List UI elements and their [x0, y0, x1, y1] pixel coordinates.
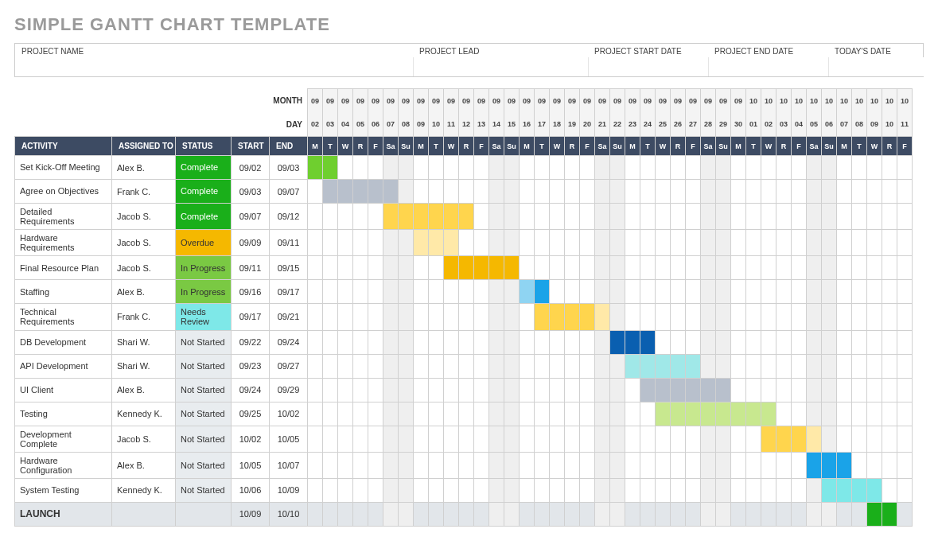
gantt-cell	[383, 256, 399, 280]
task-activity[interactable]: Testing	[15, 402, 112, 426]
task-end[interactable]: 10/10	[270, 502, 308, 526]
task-end[interactable]: 09/27	[270, 354, 308, 378]
task-start[interactable]: 10/05	[232, 452, 270, 478]
task-status[interactable]: Not Started	[176, 478, 232, 502]
task-status[interactable]: Not Started	[176, 402, 232, 426]
task-assigned[interactable]: Kennedy K.	[112, 402, 176, 426]
task-row: Detailed RequirementsJacob S.Complete09/…	[15, 204, 913, 230]
task-start[interactable]: 09/25	[232, 402, 270, 426]
task-end[interactable]: 09/07	[270, 180, 308, 204]
day-header: 16	[520, 113, 535, 137]
gantt-cell	[550, 156, 565, 180]
task-assigned[interactable]: Shari W.	[112, 354, 176, 378]
task-assigned[interactable]: Jacob S.	[112, 256, 176, 280]
task-status[interactable]: Not Started	[176, 426, 232, 452]
task-status[interactable]: Not Started	[176, 452, 232, 478]
task-start[interactable]: 09/23	[232, 354, 270, 378]
gantt-cell	[761, 330, 776, 354]
project-end-input[interactable]	[708, 57, 828, 76]
task-assigned[interactable]	[112, 502, 176, 526]
task-status[interactable]: Not Started	[176, 378, 232, 402]
task-start[interactable]: 09/07	[232, 204, 270, 230]
gantt-cell	[792, 256, 807, 280]
task-start[interactable]: 10/02	[232, 426, 270, 452]
task-assigned[interactable]: Alex B.	[112, 280, 176, 304]
task-end[interactable]: 09/03	[270, 156, 308, 180]
task-status[interactable]: Not Started	[176, 354, 232, 378]
task-assigned[interactable]: Frank C.	[112, 304, 176, 330]
project-start-input[interactable]	[588, 57, 708, 76]
gantt-cell	[671, 180, 686, 204]
task-activity[interactable]: Hardware Requirements	[15, 230, 112, 256]
task-start[interactable]: 10/06	[232, 478, 270, 502]
task-activity[interactable]: DB Development	[15, 330, 112, 354]
task-end[interactable]: 09/17	[270, 280, 308, 304]
task-activity[interactable]: UI Client	[15, 378, 112, 402]
task-end[interactable]: 09/12	[270, 204, 308, 230]
task-activity[interactable]: Detailed Requirements	[15, 204, 112, 230]
task-activity[interactable]: Final Resource Plan	[15, 256, 112, 280]
task-assigned[interactable]: Jacob S.	[112, 426, 176, 452]
task-end[interactable]: 10/09	[270, 478, 308, 502]
task-assigned[interactable]: Alex B.	[112, 452, 176, 478]
day-header: 02	[761, 113, 776, 137]
task-assigned[interactable]: Shari W.	[112, 330, 176, 354]
gantt-cell	[701, 204, 716, 230]
task-end[interactable]: 10/02	[270, 402, 308, 426]
task-assigned[interactable]: Frank C.	[112, 180, 176, 204]
task-status[interactable]: Complete	[176, 204, 232, 230]
task-activity[interactable]: Hardware Configuration	[15, 452, 112, 478]
task-assigned[interactable]: Kennedy K.	[112, 478, 176, 502]
month-header: 09	[308, 89, 323, 113]
gantt-cell	[595, 156, 610, 180]
task-end[interactable]: 09/11	[270, 230, 308, 256]
task-assigned[interactable]: Alex B.	[112, 378, 176, 402]
task-start[interactable]: 09/11	[232, 256, 270, 280]
dow-header: M	[731, 137, 746, 156]
gantt-cell	[625, 280, 640, 304]
task-activity[interactable]: Agree on Objectives	[15, 180, 112, 204]
project-lead-input[interactable]	[413, 57, 588, 76]
task-status[interactable]: Complete	[176, 180, 232, 204]
task-start[interactable]: 10/09	[232, 502, 270, 526]
task-activity[interactable]: Staffing	[15, 280, 112, 304]
task-end[interactable]: 09/24	[270, 330, 308, 354]
task-status[interactable]: Complete	[176, 156, 232, 180]
task-end[interactable]: 10/07	[270, 452, 308, 478]
task-activity[interactable]: System Testing	[15, 478, 112, 502]
task-end[interactable]: 09/15	[270, 256, 308, 280]
task-status[interactable]	[176, 502, 232, 526]
gantt-cell	[686, 156, 701, 180]
gantt-cell	[716, 426, 731, 452]
task-activity[interactable]: Development Complete	[15, 426, 112, 452]
task-start[interactable]: 09/17	[232, 304, 270, 330]
task-start[interactable]: 09/24	[232, 378, 270, 402]
gantt-cell	[686, 330, 701, 354]
task-start[interactable]: 09/03	[232, 180, 270, 204]
task-start[interactable]: 09/09	[232, 230, 270, 256]
task-start[interactable]: 09/02	[232, 156, 270, 180]
gantt-cell	[535, 354, 550, 378]
task-assigned[interactable]: Alex B.	[112, 156, 176, 180]
task-activity[interactable]: LAUNCH	[15, 502, 112, 526]
task-status[interactable]: In Progress	[176, 256, 232, 280]
task-start[interactable]: 09/22	[232, 330, 270, 354]
project-name-input[interactable]	[15, 57, 413, 76]
gantt-cell	[610, 502, 625, 526]
gantt-cell	[761, 280, 776, 304]
gantt-cell	[807, 230, 822, 256]
task-status[interactable]: Needs Review	[176, 304, 232, 330]
today-input[interactable]	[828, 57, 938, 76]
task-status[interactable]: Not Started	[176, 330, 232, 354]
task-start[interactable]: 09/16	[232, 280, 270, 304]
task-assigned[interactable]: Jacob S.	[112, 230, 176, 256]
task-end[interactable]: 09/29	[270, 378, 308, 402]
task-status[interactable]: Overdue	[176, 230, 232, 256]
task-activity[interactable]: API Development	[15, 354, 112, 378]
task-assigned[interactable]: Jacob S.	[112, 204, 176, 230]
task-end[interactable]: 10/05	[270, 426, 308, 452]
task-activity[interactable]: Set Kick-Off Meeting	[15, 156, 112, 180]
task-end[interactable]: 09/21	[270, 304, 308, 330]
task-status[interactable]: In Progress	[176, 280, 232, 304]
task-activity[interactable]: Technical Requirements	[15, 304, 112, 330]
